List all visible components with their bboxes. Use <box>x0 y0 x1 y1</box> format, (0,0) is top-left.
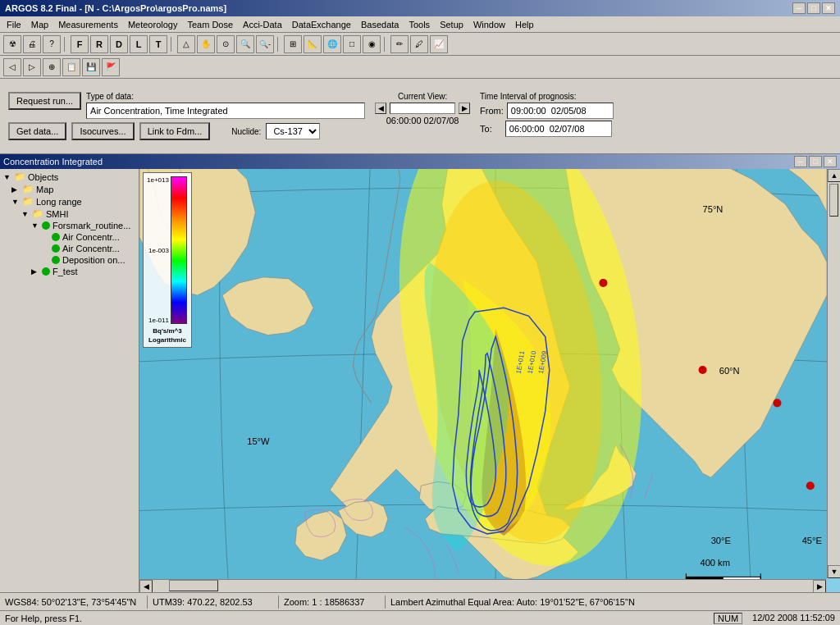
tree-forsmark[interactable]: ▼ Forsmark_routine... <box>2 220 137 231</box>
air-conc1-label: Air Concentr... <box>62 232 120 242</box>
list-btn[interactable]: L <box>130 35 148 53</box>
tree-f-test[interactable]: ▶ F_test <box>2 266 137 277</box>
current-view-section: Current View: ◀ ▶ 06:00:00 02/07/08 <box>375 92 470 125</box>
inner-minimize-button[interactable]: ─ <box>794 156 807 167</box>
hscroll-left-btn[interactable]: ◀ <box>139 580 153 592</box>
lon-30e-label: 30°E <box>711 536 731 545</box>
triangle-btn[interactable]: △ <box>177 35 195 53</box>
menu-team-dose[interactable]: Team Dose <box>182 18 238 31</box>
tree-long-range[interactable]: ▼ 📁 Long range <box>2 195 137 208</box>
objects-label: Objects <box>28 172 58 182</box>
vscroll-track[interactable] <box>828 182 840 565</box>
minimize-button[interactable]: ─ <box>792 2 806 14</box>
chart-btn[interactable]: 📈 <box>430 35 448 53</box>
print-btn[interactable]: 🖨 <box>23 35 41 53</box>
objects-expand-icon: ▼ <box>3 173 11 181</box>
menu-help[interactable]: Help <box>510 18 539 31</box>
toolbar-1: ☢ 🖨 ? F R D L T △ ✋ ⊙ 🔍 🔍- ⊞ 📐 🌐 □ ◉ ✏ 🖊… <box>0 33 840 56</box>
hscroll-track[interactable] <box>153 580 813 592</box>
delete-btn[interactable]: D <box>110 35 128 53</box>
menu-map[interactable]: Map <box>26 18 53 31</box>
map-svg: 75°N 60°N 15°W 0°15'E 15°E 30°E 45°E -15… <box>139 169 827 579</box>
add-btn[interactable]: ⊕ <box>43 58 61 76</box>
next-btn[interactable]: ▷ <box>23 58 41 76</box>
grid-btn[interactable]: ⊞ <box>284 35 302 53</box>
vscroll-down-btn[interactable]: ▼ <box>828 565 840 578</box>
time-to-input[interactable] <box>505 121 612 137</box>
objects-folder-icon: 📁 <box>14 171 25 182</box>
hscroll-right-btn[interactable]: ▶ <box>813 580 826 592</box>
isocurves-button[interactable]: Isocurves... <box>71 122 134 140</box>
close-button[interactable]: ✕ <box>822 2 835 14</box>
menu-setup[interactable]: Setup <box>435 18 468 31</box>
map-vertical-scrollbar[interactable]: ▲ ▼ <box>827 169 840 578</box>
hand-btn[interactable]: ✋ <box>197 35 215 53</box>
tree-smhi[interactable]: ▼ 📁 SMHI <box>2 208 137 220</box>
menu-basedata[interactable]: Basedata <box>356 18 404 31</box>
toolbar-2: ◁ ▷ ⊕ 📋 💾 🚩 <box>0 56 840 79</box>
inner-close-button[interactable]: ✕ <box>824 156 837 167</box>
new-btn[interactable]: F <box>71 35 89 53</box>
map-folder-icon: 📁 <box>22 184 34 194</box>
type-of-data-input[interactable] <box>86 103 365 119</box>
refresh-btn[interactable]: R <box>90 35 108 53</box>
svg-text:400 km: 400 km <box>701 558 730 568</box>
flag-btn[interactable]: 🚩 <box>102 58 120 76</box>
view-prev-arrow[interactable]: ◀ <box>375 103 386 114</box>
tree-air-conc-2[interactable]: Air Concentr... <box>2 243 137 254</box>
zoom-out-btn[interactable]: 🔍- <box>256 35 274 53</box>
measure-btn[interactable]: 📐 <box>304 35 322 53</box>
map-horizontal-scrollbar[interactable]: ◀ ▶ <box>139 579 826 592</box>
menu-file[interactable]: File <box>2 18 26 31</box>
toolbar-separator-2 <box>171 37 174 52</box>
menu-window[interactable]: Window <box>468 18 510 31</box>
datetime-indicator: 12/02 2008 11:52:09 <box>752 613 835 624</box>
help-btn[interactable]: ? <box>43 35 61 53</box>
legend-mid1-label: 1e-003 <box>147 247 169 254</box>
view-next-arrow[interactable]: ▶ <box>459 103 470 114</box>
menu-bar: File Map Measurements Meteorology Team D… <box>0 16 840 33</box>
lat-60n-label: 60°N <box>719 366 740 376</box>
tree-deposition[interactable]: Deposition on... <box>2 254 137 266</box>
globe-btn[interactable]: 🌐 <box>323 35 341 53</box>
menu-measurements[interactable]: Measurements <box>53 18 123 31</box>
time-from-input[interactable] <box>507 103 614 119</box>
smhi-expand-icon: ▼ <box>21 210 30 218</box>
menu-acci-data[interactable]: Acci-Data <box>238 18 287 31</box>
map-canvas: 75°N 60°N 15°W 0°15'E 15°E 30°E 45°E -15… <box>139 169 827 579</box>
time-to-label: To: <box>480 124 492 134</box>
vscroll-up-btn[interactable]: ▲ <box>828 169 840 182</box>
table-btn[interactable]: T <box>149 35 167 53</box>
layer-btn[interactable]: 📋 <box>62 58 80 76</box>
inner-maximize-button[interactable]: □ <box>809 156 822 167</box>
status-zoom: Zoom: 1 : 18586337 <box>279 595 386 609</box>
menu-meteorology[interactable]: Meteorology <box>123 18 183 31</box>
dot-btn[interactable]: ◉ <box>363 35 381 53</box>
svg-point-5 <box>773 399 781 407</box>
color-legend: 1e+013 1e-003 1e-011 Bq's/m^3 Logarithmi… <box>143 172 192 348</box>
tree-air-conc-1[interactable]: Air Concentr... <box>2 231 137 243</box>
prev-btn[interactable]: ◁ <box>3 58 21 76</box>
get-data-button[interactable]: Get data... <box>8 122 66 140</box>
circle-btn[interactable]: ⊙ <box>217 35 235 53</box>
menu-tools[interactable]: Tools <box>404 18 435 31</box>
nuclide-select[interactable]: Cs-137 I-131 Sr-90 <box>266 123 320 139</box>
request-run-button[interactable]: Request run... <box>8 92 81 110</box>
svg-point-4 <box>699 366 707 374</box>
pen-btn[interactable]: 🖊 <box>410 35 428 53</box>
time-interval-section: Time Interval of prognosis: From: To: <box>480 92 614 137</box>
radiation-icon-btn[interactable]: ☢ <box>3 35 21 53</box>
legend-gradient-bar <box>171 176 187 324</box>
tree-map[interactable]: ▶ 📁 Map <box>2 183 137 195</box>
link-to-fdm-button[interactable]: Link to Fdm... <box>139 122 211 140</box>
map-area[interactable]: 75°N 60°N 15°W 0°15'E 15°E 30°E 45°E -15… <box>139 169 840 592</box>
tree-objects[interactable]: ▼ 📁 Objects <box>2 171 137 183</box>
map-label: Map <box>36 185 53 194</box>
export-btn[interactable]: 💾 <box>82 58 100 76</box>
square-btn[interactable]: □ <box>343 35 361 53</box>
toolbar-separator-1 <box>64 37 67 52</box>
maximize-button[interactable]: □ <box>807 2 820 14</box>
menu-data-exchange[interactable]: DataExchange <box>287 18 356 31</box>
draw-btn[interactable]: ✏ <box>390 35 409 53</box>
zoom-in-btn[interactable]: 🔍 <box>236 35 254 53</box>
